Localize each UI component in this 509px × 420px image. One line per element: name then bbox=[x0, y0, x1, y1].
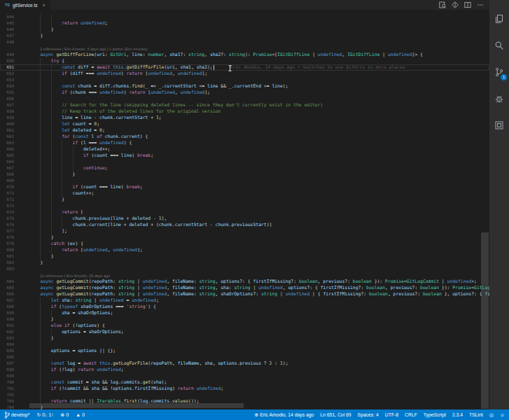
line-number[interactable]: 658 bbox=[0, 108, 14, 115]
line-number[interactable]: 647 bbox=[0, 33, 14, 39]
line-number[interactable]: 645 bbox=[0, 20, 14, 27]
code-line-652[interactable]: 652 if (diff === undefined) return [unde… bbox=[0, 71, 489, 77]
line-number[interactable]: 655 bbox=[0, 90, 14, 96]
split-editor-icon[interactable] bbox=[464, 1, 471, 8]
code-line-651[interactable]: 651 const diff = await this.getDiffForFi… bbox=[0, 64, 489, 71]
line-number[interactable]: 698 bbox=[0, 367, 14, 373]
line-number[interactable]: 688 bbox=[0, 304, 14, 310]
code-line-649[interactable]: 649 async getDiffForLine(uri: GitUri, li… bbox=[0, 52, 489, 58]
code-line-654[interactable]: 654 const chunk = diff.chunks.find(_ => … bbox=[0, 83, 489, 90]
code-line-688[interactable]: 688 if (typeof shaOrOptions === 'string'… bbox=[0, 304, 489, 310]
search-icon[interactable] bbox=[489, 32, 509, 59]
code-line-656[interactable]: 656 bbox=[0, 96, 489, 102]
typescript-version[interactable]: 2.3.4 bbox=[452, 412, 463, 417]
line-number[interactable]: 675 bbox=[0, 216, 14, 222]
horizontal-scrollbar[interactable] bbox=[29, 403, 244, 408]
code-line-661[interactable]: 661 let deleted = 0; bbox=[0, 127, 489, 134]
line-number[interactable]: 651 bbox=[0, 64, 14, 71]
code-line-681[interactable]: 681 } bbox=[0, 253, 489, 260]
code-line-647[interactable]: 647 } bbox=[0, 33, 489, 39]
code-line-693[interactable]: 693 } bbox=[0, 335, 489, 342]
line-number[interactable]: 652 bbox=[0, 71, 14, 77]
code-line-650[interactable]: 650 try { bbox=[0, 58, 489, 64]
encoding[interactable]: UTF-8 bbox=[385, 412, 398, 417]
extensions-icon[interactable] bbox=[489, 112, 509, 139]
code-line-679[interactable]: 679 catch (ex) { bbox=[0, 241, 489, 247]
line-number[interactable]: 648 bbox=[0, 39, 14, 46]
more-actions-icon[interactable] bbox=[477, 1, 484, 8]
line-number[interactable]: 683 bbox=[0, 266, 14, 272]
line-number[interactable]: 671 bbox=[0, 190, 14, 197]
code-line-675[interactable]: 675 chunk.previous[line + deleted - 1], bbox=[0, 216, 489, 222]
line-number[interactable]: 691 bbox=[0, 323, 14, 329]
code-line-680[interactable]: 680 return [undefined, undefined]; bbox=[0, 247, 489, 253]
code-line-664[interactable]: 664 deleted++; bbox=[0, 146, 489, 153]
code-line-660[interactable]: 660 let count = 0; bbox=[0, 121, 489, 127]
code-line-645[interactable]: 645 return undefined; bbox=[0, 20, 489, 27]
code-line-683[interactable]: 683 bbox=[0, 266, 489, 272]
code-line-701[interactable]: 701 if (!commit && sha && !options.first… bbox=[0, 386, 489, 392]
code-line-691[interactable]: 691 else if (!options) { bbox=[0, 323, 489, 329]
line-number[interactable]: 689 bbox=[0, 310, 14, 316]
line-number[interactable]: 654 bbox=[0, 83, 14, 90]
line-number[interactable]: 697 bbox=[0, 360, 14, 367]
vertical-scrollbar[interactable] bbox=[481, 232, 489, 409]
code-line-700[interactable]: 700 const commit = sha && log.commits.ge… bbox=[0, 379, 489, 386]
code-line-644[interactable]: 644 bbox=[0, 14, 489, 20]
line-number[interactable]: 703 bbox=[0, 398, 14, 405]
line-number[interactable]: 666 bbox=[0, 159, 14, 165]
code-line-685[interactable]: 685 async getLogCommit(repoPath: string … bbox=[0, 285, 489, 291]
indentation[interactable]: Spaces: 4 bbox=[358, 412, 379, 417]
line-number[interactable]: 644 bbox=[0, 14, 14, 20]
code-line-697[interactable]: 697 const log = await this.getLogForFile… bbox=[0, 360, 489, 367]
code-line-689[interactable]: 689 sha = shaOrOptions; bbox=[0, 310, 489, 316]
line-number[interactable]: 677 bbox=[0, 228, 14, 234]
line-number[interactable]: 685 bbox=[0, 285, 14, 291]
line-number[interactable]: 670 bbox=[0, 184, 14, 190]
code-line-673[interactable]: 673 bbox=[0, 203, 489, 209]
code-line-694[interactable]: 694 bbox=[0, 342, 489, 348]
line-number[interactable]: 664 bbox=[0, 146, 14, 153]
code-line-667[interactable]: 667 continue; bbox=[0, 165, 489, 172]
code-line-670[interactable]: 670 if (count === line) break; bbox=[0, 184, 489, 190]
line-number[interactable]: 682 bbox=[0, 260, 14, 266]
git-branch-status[interactable]: develop* bbox=[4, 412, 29, 419]
line-number[interactable]: 674 bbox=[0, 209, 14, 216]
line-number[interactable]: 673 bbox=[0, 203, 14, 209]
line-number[interactable]: 653 bbox=[0, 77, 14, 83]
line-number[interactable]: 696 bbox=[0, 354, 14, 360]
code-line-684[interactable]: 684 async getLogCommit(repoPath: string … bbox=[0, 279, 489, 285]
code-line-646[interactable]: 646 } bbox=[0, 27, 489, 33]
code-line-690[interactable]: 690 } bbox=[0, 316, 489, 323]
line-number[interactable]: 690 bbox=[0, 316, 14, 323]
line-number[interactable]: 667 bbox=[0, 165, 14, 172]
tslint-status[interactable]: TSLint bbox=[469, 412, 483, 417]
cursor-position[interactable]: Ln 651, Col 69 bbox=[320, 412, 351, 417]
line-number[interactable]: 701 bbox=[0, 386, 14, 392]
code-line-657[interactable]: 657 // Search for the line (skipping del… bbox=[0, 102, 489, 108]
line-number[interactable]: 659 bbox=[0, 115, 14, 121]
line-number[interactable]: 687 bbox=[0, 298, 14, 304]
gitlens-icon[interactable] bbox=[452, 1, 459, 8]
code-line-699[interactable]: 699 bbox=[0, 373, 489, 379]
codelens-row[interactable]: 11 references | Eric Amodio, 25 days ago bbox=[0, 272, 489, 279]
tab-close-icon[interactable]: × bbox=[42, 3, 45, 8]
line-number[interactable]: 676 bbox=[0, 222, 14, 228]
code-line-666[interactable]: 666 bbox=[0, 159, 489, 165]
warnings-count[interactable]: ▲0 bbox=[76, 412, 85, 417]
code-line-665[interactable]: 665 if (count === line) break; bbox=[0, 153, 489, 159]
line-number[interactable]: 686 bbox=[0, 291, 14, 298]
line-number[interactable]: 665 bbox=[0, 153, 14, 159]
line-number[interactable]: 669 bbox=[0, 178, 14, 184]
line-number[interactable]: 660 bbox=[0, 121, 14, 127]
line-number[interactable]: 662 bbox=[0, 134, 14, 140]
line-number[interactable]: 704 bbox=[0, 405, 14, 410]
line-number[interactable]: 692 bbox=[0, 329, 14, 335]
eol-sequence[interactable]: CRLF bbox=[405, 412, 417, 417]
line-number[interactable]: 661 bbox=[0, 127, 14, 134]
line-number[interactable]: 656 bbox=[0, 96, 14, 102]
code-line-678[interactable]: 678 } bbox=[0, 234, 489, 241]
line-number[interactable]: 649 bbox=[0, 52, 14, 58]
code-line-682[interactable]: 682 } bbox=[0, 260, 489, 266]
line-number[interactable]: 680 bbox=[0, 247, 14, 253]
